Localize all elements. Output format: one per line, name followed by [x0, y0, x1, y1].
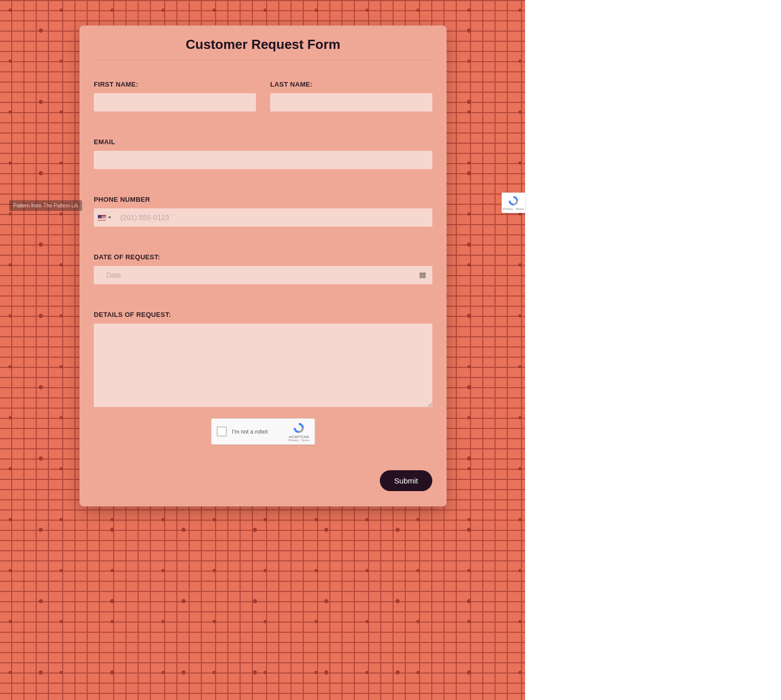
- chevron-down-icon: [108, 217, 111, 219]
- us-flag-icon: [98, 215, 106, 221]
- svg-rect-1: [420, 273, 426, 275]
- recaptcha-label: I'm not a robot: [232, 428, 283, 435]
- email-input[interactable]: [94, 151, 432, 169]
- last-name-label: LAST NAME:: [270, 80, 432, 88]
- recaptcha-legal: Privacy - Terms: [289, 439, 309, 442]
- svg-rect-2: [421, 272, 422, 274]
- phone-input[interactable]: [114, 208, 432, 227]
- form-container: Customer Request Form FIRST NAME: LAST N…: [80, 25, 447, 506]
- attribution-link[interactable]: The Pattern Lib: [43, 203, 78, 208]
- date-input[interactable]: [100, 266, 419, 284]
- calendar-icon: [419, 272, 426, 279]
- first-name-input[interactable]: [94, 93, 256, 112]
- phone-label: PHONE NUMBER: [94, 196, 432, 203]
- date-label: DATE OF REQUEST:: [94, 253, 432, 261]
- attribution-prefix: Pattern from: [13, 203, 41, 208]
- recaptcha-icon: [508, 195, 519, 206]
- pattern-attribution-badge: Pattern from The Pattern Lib: [9, 200, 82, 211]
- recaptcha-widget[interactable]: I'm not a robot reCAPTCHA Privacy - Term…: [211, 418, 315, 445]
- form-title: Customer Request Form: [94, 37, 432, 60]
- phone-country-selector[interactable]: [98, 215, 114, 221]
- recaptcha-logo: reCAPTCHA Privacy - Terms: [289, 422, 309, 442]
- details-label: DETAILS OF REQUEST:: [94, 311, 432, 318]
- recaptcha-checkbox[interactable]: [217, 426, 227, 437]
- first-name-label: FIRST NAME:: [94, 80, 256, 88]
- phone-input-wrap: [94, 208, 432, 227]
- date-input-wrap[interactable]: [94, 266, 432, 284]
- recaptcha-floating-badge[interactable]: Privacy - Terms: [502, 193, 525, 213]
- email-label: EMAIL: [94, 138, 432, 146]
- last-name-input[interactable]: [270, 93, 432, 112]
- recaptcha-floating-legal: Privacy - Terms: [503, 207, 524, 210]
- recaptcha-icon: [293, 422, 305, 434]
- details-textarea[interactable]: [94, 324, 432, 407]
- submit-button[interactable]: Submit: [380, 470, 432, 491]
- recaptcha-brand: reCAPTCHA: [289, 435, 309, 439]
- right-whitespace: [525, 0, 781, 700]
- svg-rect-3: [424, 272, 425, 274]
